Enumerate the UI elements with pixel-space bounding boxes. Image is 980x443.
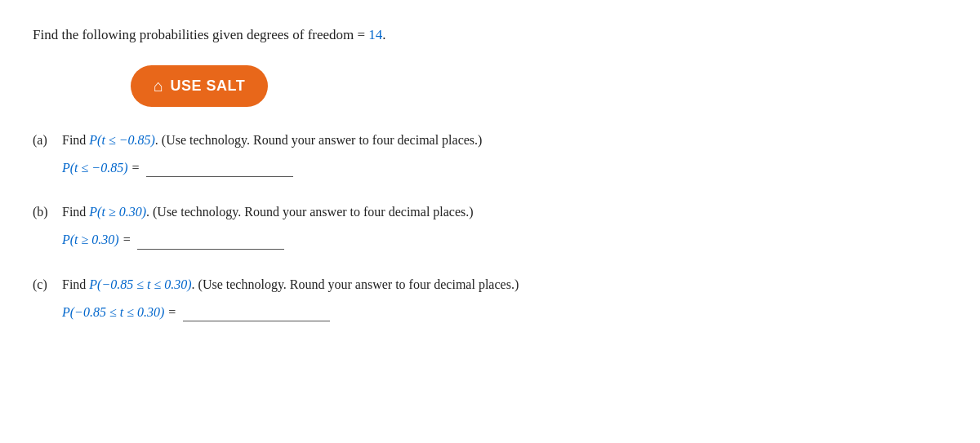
use-salt-label: USE SALT	[171, 78, 246, 95]
section-a-question: (a) Find P(t ≤ −0.85). (Use technology. …	[33, 130, 947, 151]
salt-icon: ⌂	[154, 77, 164, 95]
section-b-question: (b) Find P(t ≥ 0.30). (Use technology. R…	[33, 202, 947, 223]
header-text: Find the following probabilities given d…	[33, 24, 947, 46]
question-c-text: Find P(−0.85 ≤ t ≤ 0.30). (Use technolog…	[62, 274, 519, 295]
answer-input-b[interactable]	[137, 231, 284, 250]
use-salt-button[interactable]: ⌂ USE SALT	[131, 65, 268, 107]
section-c-question: (c) Find P(−0.85 ≤ t ≤ 0.30). (Use techn…	[33, 274, 947, 295]
section-b: (b) Find P(t ≥ 0.30). (Use technology. R…	[33, 202, 947, 250]
answer-input-a[interactable]	[146, 158, 293, 177]
answer-label-a: P(t ≤ −0.85) =	[62, 161, 140, 175]
label-c: (c)	[33, 274, 62, 295]
label-b: (b)	[33, 202, 62, 223]
section-a: (a) Find P(t ≤ −0.85). (Use technology. …	[33, 130, 947, 178]
question-a-text: Find P(t ≤ −0.85). (Use technology. Roun…	[62, 130, 482, 151]
answer-label-c: P(−0.85 ≤ t ≤ 0.30) =	[62, 305, 176, 320]
expr-c: P(−0.85 ≤ t ≤ 0.30)	[89, 277, 191, 291]
section-a-answer-row: P(t ≤ −0.85) =	[62, 158, 947, 177]
section-c-answer-row: P(−0.85 ≤ t ≤ 0.30) =	[62, 303, 947, 321]
section-c: (c) Find P(−0.85 ≤ t ≤ 0.30). (Use techn…	[33, 274, 947, 322]
section-b-answer-row: P(t ≥ 0.30) =	[62, 231, 947, 250]
answer-label-b: P(t ≥ 0.30) =	[62, 233, 131, 247]
header-prefix: Find the following probabilities given d…	[33, 27, 368, 42]
label-a: (a)	[33, 130, 62, 151]
expr-a: P(t ≤ −0.85)	[89, 133, 154, 147]
answer-input-c[interactable]	[183, 303, 330, 321]
question-b-text: Find P(t ≥ 0.30). (Use technology. Round…	[62, 202, 474, 223]
header-df: 14	[368, 27, 382, 42]
expr-b: P(t ≥ 0.30)	[89, 205, 146, 219]
header-period: .	[382, 27, 385, 42]
